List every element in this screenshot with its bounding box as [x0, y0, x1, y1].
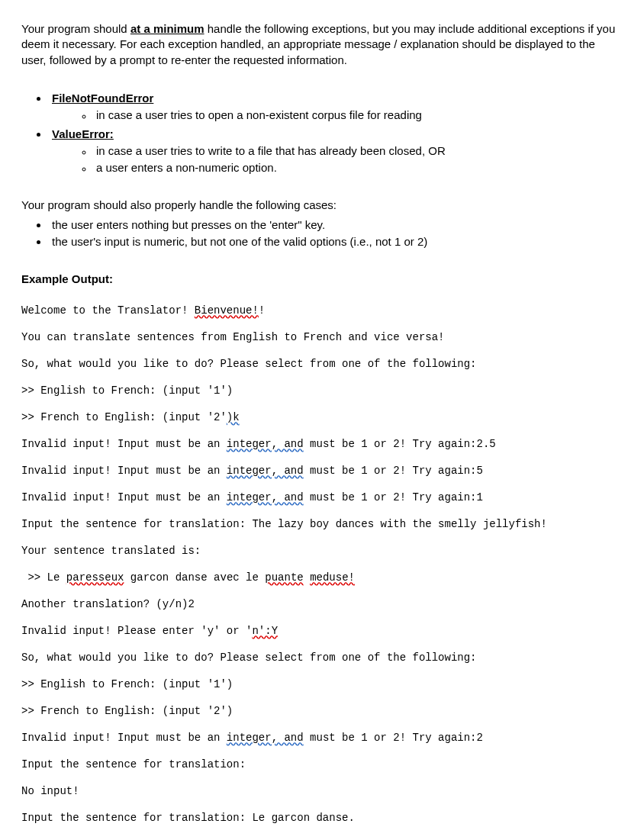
exception-name-valueerror: ValueError: [52, 127, 114, 140]
out-line: Invalid input! Input must be an [21, 438, 227, 450]
list-item-text: in case a user tries to write to a file … [96, 144, 446, 157]
out-line: >> Le [21, 571, 66, 584]
out-line: So, what would you like to do? Please se… [21, 358, 477, 370]
list-item-text: in case a user tries to open a non-exist… [96, 108, 422, 121]
document-page: Your program should at a minimum handle … [0, 0, 644, 830]
out-gram: integer, and [227, 732, 304, 744]
example-output-label: Example Output: [21, 272, 623, 287]
out-gram: integer, and [227, 491, 304, 503]
out-spell: n':Y [252, 625, 278, 637]
out-line: Invalid input! Input must be an [21, 491, 227, 503]
list-item: a user enters a non-numeric option. [93, 160, 623, 175]
intro-paragraph: Your program should at a minimum handle … [21, 21, 623, 68]
list-item: ValueError: in case a user tries to writ… [49, 127, 623, 176]
out-line: >> English to French: (input '1') [21, 384, 233, 397]
out-line: Input the sentence for translation: The … [21, 518, 547, 530]
out-line: must be 1 or 2! Try again:5 [304, 465, 483, 477]
example-output-block: Welcome to the Translator! Bienvenue!! Y… [21, 291, 623, 830]
out-gram: integer, and [227, 438, 304, 450]
out-spell: puante [265, 571, 303, 584]
out-gram: )k [227, 411, 240, 423]
out-line: So, what would you like to do? Please se… [21, 651, 477, 664]
handle-lead: Your program should also properly handle… [21, 198, 623, 213]
out-line: ! [259, 304, 265, 317]
out-line: Your sentence translated is: [21, 545, 201, 557]
list-item: FileNotFoundError in case a user tries t… [49, 91, 623, 124]
out-spell: meduse! [310, 571, 355, 584]
sub-list: in case a user tries to write to a file … [52, 143, 623, 176]
intro-text-pre: Your program should [21, 22, 130, 35]
handle-list: the user enters nothing but presses on t… [21, 217, 623, 250]
intro-bold-underline: at a minimum [130, 22, 204, 35]
out-line: must be 1 or 2! Try again:2.5 [304, 438, 496, 450]
list-item: in case a user tries to open a non-exist… [93, 108, 623, 123]
exception-name-filenotfound: FileNotFoundError [52, 92, 153, 105]
list-item: the user's input is numeric, but not one… [49, 234, 623, 249]
out-line [304, 571, 310, 584]
out-line: must be 1 or 2! Try again:1 [304, 491, 483, 503]
out-line: Input the sentence for translation: [21, 758, 246, 770]
out-line: Another translation? (y/n)2 [21, 598, 195, 610]
out-line: Invalid input! Input must be an [21, 465, 227, 477]
list-item-text: a user enters a non-numeric option. [96, 161, 277, 174]
out-line: >> English to French: (input '1') [21, 678, 233, 690]
list-item: the user enters nothing but presses on t… [49, 217, 623, 233]
out-line: garcon danse avec le [124, 571, 265, 584]
sub-list: in case a user tries to open a non-exist… [52, 108, 623, 123]
out-line: Welcome to the Translator! [21, 304, 195, 317]
list-item-text: the user enters nothing but presses on t… [52, 218, 325, 231]
out-spell: Bienvenue! [195, 304, 259, 317]
out-line: Invalid input! Input must be an [21, 732, 227, 744]
out-spell: paresseux [66, 571, 124, 584]
out-gram: integer, and [227, 465, 304, 477]
out-line: must be 1 or 2! Try again:2 [304, 732, 483, 744]
list-item: in case a user tries to write to a file … [93, 143, 623, 159]
out-line: Invalid input! Please enter 'y' or ' [21, 625, 252, 637]
list-item-text: the user's input is numeric, but not one… [52, 235, 427, 248]
out-line: You can translate sentences from English… [21, 331, 445, 343]
out-line: No input! [21, 785, 79, 797]
exception-list: FileNotFoundError in case a user tries t… [21, 91, 623, 175]
out-line: >> French to English: (input '2') [21, 705, 233, 717]
out-line: Input the sentence for translation: Le g… [21, 812, 355, 824]
out-line: >> French to English: (input '2' [21, 411, 227, 423]
